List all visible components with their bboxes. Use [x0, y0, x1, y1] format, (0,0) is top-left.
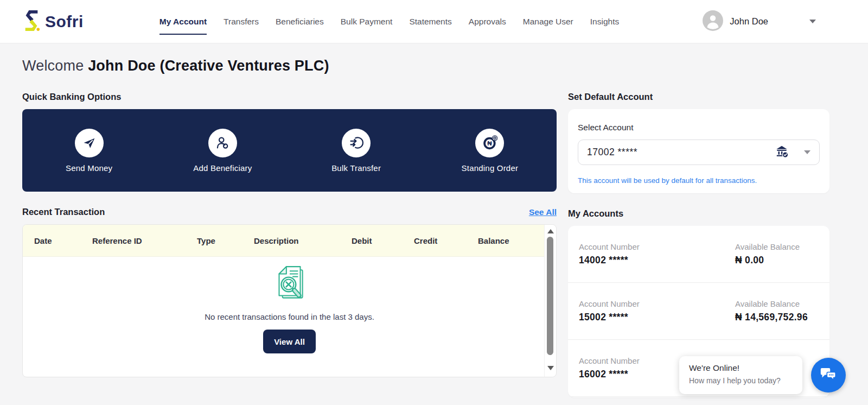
chat-message: How may I help you today?: [689, 376, 802, 385]
svg-text:₦: ₦: [487, 140, 492, 147]
nav-item-beneficiaries[interactable]: Beneficiaries: [276, 0, 324, 43]
recent-transactions-title: Recent Transaction: [22, 207, 105, 217]
bulk-transfer-label: Bulk Transfer: [331, 163, 381, 173]
add-beneficiary-action[interactable]: Add Beneficiary: [174, 129, 271, 173]
view-all-button[interactable]: View All: [263, 330, 316, 353]
nav-item-manage-user[interactable]: Manage User: [523, 0, 573, 43]
column-credit: Credit: [414, 236, 478, 245]
recent-transactions-header: Recent Transaction See All: [22, 207, 557, 217]
send-money-icon: [75, 129, 104, 157]
chat-bubbles-icon: [819, 366, 838, 385]
nav-item-bulk-payment[interactable]: Bulk Payment: [341, 0, 393, 43]
chat-status: We're Online!: [689, 363, 802, 373]
available-balance-value: ₦ 0.00: [735, 255, 816, 266]
account-number-label: Account Number: [579, 356, 640, 365]
available-balance-label: Available Balance: [735, 299, 816, 308]
dashboard-page: Sofri My Account Transfers Beneficiaries…: [0, 0, 868, 405]
scroll-up-arrow-icon[interactable]: [547, 229, 554, 233]
no-transactions-illustration-icon: [270, 264, 309, 308]
available-balance-value: ₦ 14,569,752.96: [735, 312, 816, 323]
sofri-logo[interactable]: Sofri: [22, 9, 84, 35]
column-description: Description: [254, 236, 352, 245]
account-select[interactable]: 17002 *****: [578, 140, 820, 165]
column-balance: Balance: [478, 236, 544, 245]
quick-banking-title: Quick Banking Options: [22, 92, 557, 102]
account-row: Account Number 14002 ***** Available Bal…: [568, 226, 829, 283]
welcome-prefix: Welcome: [22, 58, 84, 74]
scrollbar-thumb[interactable]: [547, 237, 553, 355]
scroll-down-arrow-icon[interactable]: [547, 366, 554, 370]
add-beneficiary-label: Add Beneficiary: [193, 163, 252, 173]
set-default-account-card: Select Account 17002 *****: [568, 109, 829, 193]
select-account-label: Select Account: [578, 123, 820, 132]
column-reference-id: Reference ID: [92, 236, 197, 245]
chevron-down-icon[interactable]: [804, 150, 810, 154]
chat-tooltip: We're Online! How may I help you today?: [679, 356, 802, 394]
available-balance-label: Available Balance: [735, 242, 816, 251]
account-number-value: 15002 *****: [579, 312, 640, 323]
bulk-transfer-action[interactable]: Bulk Transfer: [308, 129, 405, 173]
nav-item-approvals[interactable]: Approvals: [469, 0, 506, 43]
account-number-label: Account Number: [579, 299, 640, 308]
sofri-logo-icon: [22, 9, 41, 35]
add-beneficiary-icon: [208, 129, 237, 157]
standing-order-icon: ₦: [475, 129, 504, 157]
account-select-value: 17002 *****: [587, 147, 637, 158]
brand-name: Sofri: [45, 12, 84, 31]
welcome-user-company: John Doe (Creative Ventures PLC): [88, 58, 329, 74]
my-accounts-title: My Accounts: [568, 208, 829, 219]
table-header-row: Date Reference ID Type Description Debit…: [23, 225, 544, 257]
main-nav: My Account Transfers Beneficiaries Bulk …: [159, 0, 619, 43]
bank-verified-icon: [775, 144, 789, 161]
table-scrollbar[interactable]: [544, 225, 556, 377]
empty-state: No recent transactions found in the last…: [23, 257, 556, 353]
send-money-label: Send Money: [66, 163, 112, 173]
set-default-account-title: Set Default Account: [568, 92, 829, 102]
nav-item-transfers[interactable]: Transfers: [224, 0, 259, 43]
avatar: [703, 10, 723, 33]
user-menu[interactable]: John Doe: [703, 10, 816, 33]
standing-order-label: Standing Order: [462, 163, 519, 173]
chat-launcher-button[interactable]: [811, 358, 846, 393]
account-number-value: 16002 *****: [579, 369, 640, 380]
user-name: John Doe: [730, 16, 768, 27]
recent-transactions-table: Date Reference ID Type Description Debit…: [22, 224, 557, 377]
nav-item-statements[interactable]: Statements: [409, 0, 451, 43]
top-navigation-bar: Sofri My Account Transfers Beneficiaries…: [0, 0, 868, 43]
account-number-value: 14002 *****: [579, 255, 640, 266]
column-debit: Debit: [352, 236, 414, 245]
account-number-label: Account Number: [579, 242, 640, 251]
chevron-down-icon[interactable]: [809, 20, 816, 23]
account-row: Account Number 15002 ***** Available Bal…: [568, 283, 829, 340]
bulk-transfer-icon: [342, 129, 371, 157]
quick-banking-panel: Send Money Add Beneficiary: [22, 109, 557, 192]
main-content: Welcome John Doe (Creative Ventures PLC)…: [0, 58, 868, 397]
send-money-action[interactable]: Send Money: [40, 129, 138, 173]
see-all-link[interactable]: See All: [529, 207, 557, 217]
nav-item-my-account[interactable]: My Account: [159, 0, 207, 43]
column-type: Type: [197, 236, 254, 245]
default-account-note: This account will be used by default for…: [578, 176, 820, 185]
empty-message: No recent transactions found in the last…: [205, 312, 374, 321]
standing-order-action[interactable]: ₦ Standing Order: [441, 129, 539, 173]
column-date: Date: [34, 236, 92, 245]
nav-item-insights[interactable]: Insights: [590, 0, 619, 43]
welcome-heading: Welcome John Doe (Creative Ventures PLC): [22, 58, 829, 74]
